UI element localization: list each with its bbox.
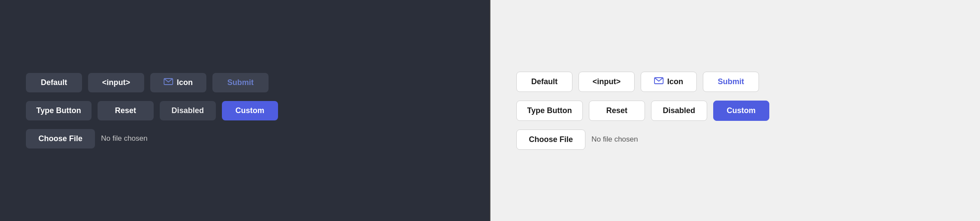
dark-row-2: Type Button Reset Disabled Custom [26,101,278,120]
light-row-1: Default <input> Icon Submit [516,72,759,92]
light-panel: Default <input> Icon Submit Type Button … [490,0,980,221]
light-row-2: Type Button Reset Disabled Custom [516,101,769,121]
dark-default-button[interactable]: Default [26,73,82,92]
dark-submit-button[interactable]: Submit [212,73,269,92]
dark-custom-button[interactable]: Custom [222,101,278,120]
light-disabled-button[interactable]: Disabled [651,101,707,121]
dark-reset-button[interactable]: Reset [98,101,154,120]
dark-icon-button[interactable]: Icon [150,73,206,92]
dark-file-row: Choose File No file chosen [26,129,148,148]
light-custom-button[interactable]: Custom [713,101,769,121]
light-typebutton-button[interactable]: Type Button [516,101,583,121]
light-input-button[interactable]: <input> [579,72,635,92]
light-submit-button[interactable]: Submit [703,72,759,92]
dark-input-button[interactable]: <input> [88,73,144,92]
light-icon-button-label: Icon [667,77,683,86]
dark-row-1: Default <input> Icon Submit [26,73,269,92]
dark-panel: Default <input> Icon Submit Type Button … [0,0,490,221]
light-reset-button[interactable]: Reset [589,101,645,121]
light-no-file-text: No file chosen [591,135,638,144]
light-choose-file-button[interactable]: Choose File [516,129,585,150]
light-default-button[interactable]: Default [516,72,572,92]
light-icon-button[interactable]: Icon [641,72,697,92]
dark-icon-button-label: Icon [177,78,193,87]
dark-disabled-button[interactable]: Disabled [160,101,216,120]
envelope-icon-light [654,77,664,86]
envelope-icon [164,78,173,87]
light-file-row: Choose File No file chosen [516,129,638,150]
dark-no-file-text: No file chosen [101,134,148,143]
dark-typebutton-button[interactable]: Type Button [26,101,92,120]
dark-choose-file-button[interactable]: Choose File [26,129,95,148]
